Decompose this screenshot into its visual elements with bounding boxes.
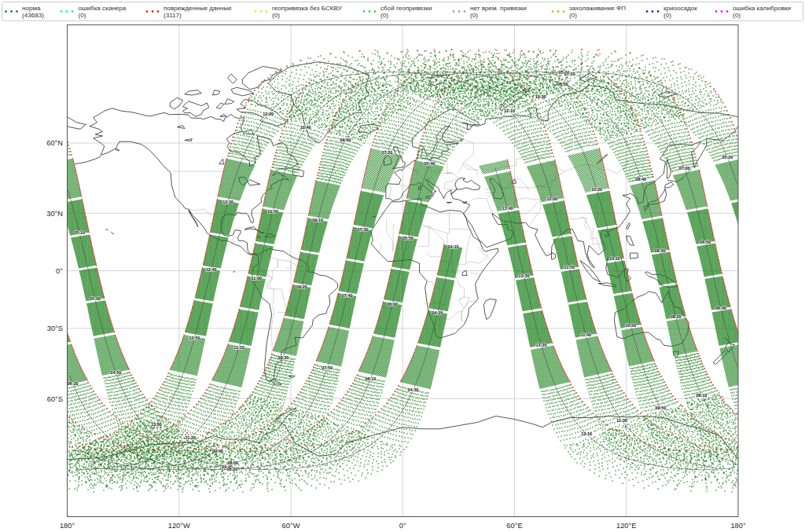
svg-text:07:30: 07:30 — [358, 227, 369, 232]
svg-text:06:10: 06:10 — [365, 376, 376, 381]
svg-text:12:00: 12:00 — [547, 196, 558, 201]
svg-text:0°: 0° — [399, 522, 406, 530]
svg-text:10:40: 10:40 — [300, 125, 311, 130]
svg-text:12:30: 12:30 — [222, 200, 233, 204]
svg-text:захолаживание ФП: захолаживание ФП — [569, 5, 626, 12]
svg-text:(0): (0) — [733, 12, 741, 19]
svg-text:08:00: 08:00 — [227, 460, 238, 465]
svg-text:11:20: 11:20 — [185, 435, 196, 440]
svg-text:(0): (0) — [569, 12, 577, 19]
svg-text:05:50: 05:50 — [402, 236, 414, 240]
svg-text:13:20: 13:20 — [536, 343, 547, 347]
svg-text:60°W: 60°W — [282, 522, 300, 530]
svg-text:120°W: 120°W — [168, 522, 190, 530]
svg-text:60°E: 60°E — [506, 522, 522, 530]
svg-text:06:30: 06:30 — [68, 381, 79, 386]
svg-text:12:50: 12:50 — [189, 336, 200, 340]
svg-text:13:30: 13:30 — [519, 273, 530, 278]
svg-text:09:50: 09:50 — [656, 405, 667, 410]
svg-text:07:50: 07:50 — [322, 365, 333, 370]
svg-text:04:50: 04:50 — [110, 370, 121, 375]
svg-text:поврежденные данные: поврежденные данные — [164, 5, 232, 12]
svg-text:05:00: 05:00 — [90, 296, 101, 301]
svg-text:05:20: 05:20 — [722, 155, 733, 160]
svg-text:60°S: 60°S — [47, 395, 63, 403]
svg-text:09:30: 09:30 — [278, 355, 289, 360]
svg-text:05:10: 05:10 — [74, 230, 85, 235]
svg-text:11:40: 11:40 — [581, 332, 592, 337]
svg-text:30°N: 30°N — [46, 210, 63, 218]
svg-text:08:20: 08:20 — [671, 314, 682, 319]
svg-text:06:50: 06:50 — [700, 240, 711, 244]
svg-text:13:10: 13:10 — [581, 431, 592, 436]
svg-text:11:50: 11:50 — [564, 265, 575, 270]
svg-text:криоосадок: криоосадок — [663, 5, 697, 12]
svg-text:13:00: 13:00 — [151, 422, 162, 427]
svg-text:08:30: 08:30 — [655, 248, 666, 253]
svg-text:08:40: 08:40 — [635, 177, 646, 182]
svg-text:10:50: 10:50 — [267, 209, 278, 214]
svg-text:ошибка калибровки: ошибка калибровки — [733, 5, 791, 12]
svg-text:07:00: 07:00 — [679, 166, 690, 171]
svg-text:08:10: 08:10 — [697, 393, 708, 398]
svg-text:04:20: 04:20 — [432, 310, 443, 315]
svg-text:(0): (0) — [380, 12, 388, 19]
svg-text:(0): (0) — [470, 12, 478, 19]
svg-text:0°: 0° — [56, 267, 63, 275]
svg-text:12:20: 12:20 — [263, 112, 274, 116]
svg-text:12:40: 12:40 — [206, 267, 217, 272]
svg-text:13:40: 13:40 — [502, 206, 513, 211]
svg-text:10:30: 10:30 — [535, 94, 546, 99]
svg-text:05:40: 05:40 — [425, 161, 436, 166]
svg-text:10:00: 10:00 — [625, 323, 636, 328]
svg-text:60°N: 60°N — [46, 139, 63, 147]
svg-text:11:00: 11:00 — [252, 276, 263, 281]
svg-text:06:40: 06:40 — [715, 306, 726, 310]
svg-text:04:10: 04:10 — [448, 244, 459, 249]
svg-text:08:50: 08:50 — [557, 82, 568, 86]
svg-text:геопривязка без БСКВУ: геопривязка без БСКВУ — [272, 5, 343, 12]
svg-text:07:20: 07:20 — [381, 150, 392, 155]
svg-text:(0): (0) — [663, 12, 671, 19]
svg-text:07:10: 07:10 — [564, 72, 575, 76]
svg-text:30°S: 30°S — [47, 325, 63, 332]
svg-text:ошибка сканера: ошибка сканера — [79, 5, 127, 12]
svg-text:07:40: 07:40 — [342, 293, 353, 298]
svg-text:120°E: 120°E — [616, 522, 636, 530]
svg-text:04:30: 04:30 — [408, 387, 419, 392]
svg-text:11:30: 11:30 — [616, 418, 627, 423]
svg-text:09:00: 09:00 — [340, 138, 351, 142]
svg-text:(43683): (43683) — [22, 12, 44, 19]
svg-text:11:10: 11:10 — [233, 345, 244, 350]
svg-text:10:10: 10:10 — [609, 256, 620, 261]
svg-text:сбой геопривязки: сбой геопривязки — [380, 5, 432, 12]
svg-text:(0): (0) — [79, 12, 86, 19]
svg-text:12:10: 12:10 — [504, 108, 515, 113]
svg-text:180°: 180° — [60, 522, 75, 530]
svg-text:180°: 180° — [730, 522, 746, 530]
svg-text:10:20: 10:20 — [591, 187, 602, 192]
svg-text:(3117): (3117) — [164, 12, 182, 19]
svg-text:06:20: 06:20 — [226, 467, 237, 471]
svg-text:нет врем. привязки: нет врем. привязки — [470, 5, 527, 12]
svg-text:норма: норма — [22, 5, 41, 12]
svg-text:09:10: 09:10 — [312, 218, 323, 222]
svg-text:09:20: 09:20 — [296, 284, 307, 289]
svg-text:09:40: 09:40 — [212, 449, 223, 453]
svg-text:06:00: 06:00 — [387, 302, 398, 306]
svg-text:(0): (0) — [272, 12, 280, 19]
